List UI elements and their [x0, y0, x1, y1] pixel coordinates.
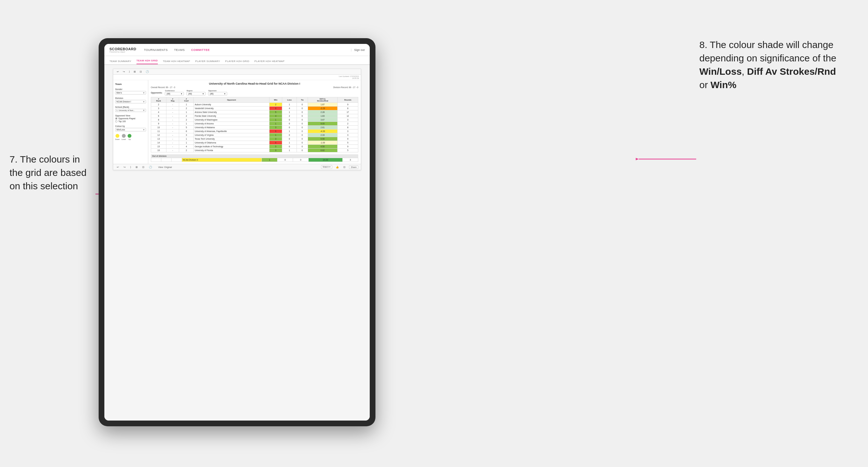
- table-row: 12 - 3 University of Virginia 1 0 0 2.33…: [151, 133, 358, 137]
- division-section: Division NCAA Division I ▼: [115, 97, 146, 103]
- subnav-player-h2h-grid[interactable]: PLAYER H2H GRID: [225, 60, 249, 64]
- table-row: 3 - 2 Vanderbilt University 0 4 0 -2.29 …: [151, 106, 358, 111]
- legend-up: Up: [128, 134, 131, 140]
- chevron-opponent: ▼: [224, 93, 226, 95]
- gender-dropdown[interactable]: Men's ▼: [115, 91, 146, 94]
- tablet-frame: SCOREBOARD Powered by clippd TOURNAMENTS…: [99, 38, 375, 426]
- sign-out-link[interactable]: Sign out: [354, 49, 365, 52]
- overall-record: Overall Record: 89 - 17 - 0: [151, 86, 175, 88]
- table-row: 11 - 6 University of Arkansas, Fayettevi…: [151, 129, 358, 133]
- clock-btn[interactable]: 🕐: [145, 70, 150, 73]
- paste-btn[interactable]: ⊡: [139, 70, 143, 73]
- report-body: Team Gender Men's ▼ Division: [113, 80, 361, 164]
- main-content: ↩ ↪ ⟩ ⊞ ⊡ 🕐 Last Updated: 27/03/2024 16:…: [104, 65, 370, 421]
- col-opponent: Opponent: [194, 97, 270, 103]
- school-section: School (Rank) 1. University of Nort... ▼: [115, 106, 146, 112]
- opponent-view-radios: Opponents Played Top 100: [115, 117, 146, 122]
- subnav-team-h2h-heatmap[interactable]: TEAM H2H HEATMAP: [163, 60, 190, 64]
- ood-tie: 0: [293, 158, 309, 162]
- table-row: 13 - 1 Texas Tech University 3 0 0 5.56 …: [151, 137, 358, 141]
- copy-bottom-btn[interactable]: ⊞: [134, 165, 139, 169]
- col-rounds: Rounds: [338, 97, 358, 103]
- forward-btn[interactable]: ⟩: [128, 70, 131, 73]
- subnav-player-h2h-heatmap[interactable]: PLAYER H2H HEATMAP: [254, 60, 284, 64]
- redo-bottom-btn[interactable]: ↪: [123, 165, 127, 169]
- opponent-filter: Opponent (All) ▼: [208, 90, 227, 95]
- view-label: View: Original: [158, 166, 172, 168]
- opponent-select[interactable]: (All) ▼: [208, 92, 227, 95]
- app-logo: SCOREBOARD: [110, 47, 136, 51]
- subnav-team-h2h-grid[interactable]: TEAM H2H GRID: [136, 59, 158, 64]
- region-select[interactable]: (All) ▼: [186, 92, 206, 95]
- ood-rounds: 3: [343, 158, 358, 162]
- chevron-down-icon-2: ▼: [143, 101, 145, 103]
- arrow-right: [636, 153, 700, 165]
- school-dropdown[interactable]: 1. University of Nort... ▼: [115, 109, 146, 112]
- colour-by-section: Colour by Win/Loss ▼: [115, 125, 146, 131]
- grid-title: University of North Carolina Head-to-Hea…: [151, 82, 358, 85]
- division-label: Division: [115, 97, 146, 99]
- nav-committee[interactable]: COMMITTEE: [191, 49, 210, 52]
- nav-teams[interactable]: TEAMS: [174, 49, 185, 52]
- nav-tournaments[interactable]: TOURNAMENTS: [144, 49, 168, 52]
- table-row: 6 - 2 Florida State University 4 2 0 1.8…: [151, 114, 358, 118]
- chevron-conf: ▼: [181, 93, 183, 95]
- opponents-played-radio[interactable]: Opponents Played: [115, 117, 146, 120]
- report-toolbar: ↩ ↪ ⟩ ⊞ ⊡ 🕐: [113, 69, 361, 75]
- out-of-division-section: Out of division NCAA Division II 1: [151, 154, 358, 162]
- color-legend: Down Level Up: [115, 134, 146, 140]
- subnav-player-summary[interactable]: PLAYER SUMMARY: [195, 60, 220, 64]
- opponents-filter-label: Opponents:: [151, 92, 162, 94]
- chevron-down-icon: ▼: [143, 92, 145, 94]
- thumbsup-btn[interactable]: 👍: [335, 165, 340, 169]
- table-row: 14 - 1 University of Oklahoma 0 1 0 -1.0…: [151, 141, 358, 145]
- data-table: #Rank #Reg #Conf Opponent Win Loss Tie D…: [151, 97, 358, 152]
- out-of-division-row: NCAA Division II 1 0 0 24.00 3: [151, 158, 358, 162]
- grid-subtitle: Overall Record: 89 - 17 - 0 Division Rec…: [151, 86, 358, 88]
- paste-bottom-btn[interactable]: ⊡: [141, 165, 146, 169]
- filter-row: Opponents: Conference (All) ▼ Region: [151, 90, 358, 95]
- subnav-team-summary[interactable]: TEAM SUMMARY: [110, 60, 131, 64]
- table-row: 9 - 1 University of Arizona 1 0 0 9.00 2: [151, 122, 358, 126]
- annotation-right: 8. The colour shade will change dependin…: [700, 38, 859, 92]
- up-color-dot: [128, 134, 131, 138]
- conference-select[interactable]: (All) ▼: [165, 92, 184, 95]
- ood-reg: [161, 158, 172, 162]
- ood-name: NCAA Division II: [182, 158, 262, 162]
- share-icon[interactable]: ⊡: [342, 165, 346, 169]
- copy-btn[interactable]: ⊞: [133, 70, 137, 73]
- ood-diff: 24.00: [308, 158, 342, 162]
- undo-bottom-btn[interactable]: ↩: [116, 165, 120, 169]
- tablet-screen: SCOREBOARD Powered by clippd TOURNAMENTS…: [104, 44, 370, 421]
- out-of-division-table: NCAA Division II 1 0 0 24.00 3: [151, 158, 358, 162]
- redo-btn[interactable]: ↪: [122, 70, 126, 73]
- clock-bottom-btn[interactable]: 🕐: [148, 165, 153, 169]
- undo-btn[interactable]: ↩: [116, 70, 120, 73]
- left-panel: Team Gender Men's ▼ Division: [113, 80, 148, 164]
- ood-conf: [172, 158, 182, 162]
- division-dropdown[interactable]: NCAA Division I ▼: [115, 100, 146, 103]
- school-label: School (Rank): [115, 106, 146, 108]
- app-header: SCOREBOARD Powered by clippd TOURNAMENTS…: [104, 44, 370, 56]
- conference-filter: Conference (All) ▼: [165, 90, 184, 95]
- opponent-view-section: Opponent View Opponents Played Top 100: [115, 115, 146, 122]
- share-btn[interactable]: Share: [349, 165, 358, 169]
- table-row: 4 - 1 Arizona State University 5 1 0 2.2…: [151, 111, 358, 114]
- bottom-toolbar: ↩ ↪ ⟩ ⊞ ⊡ 🕐 View: Original Watch ▾ 👍 ⊡ S…: [113, 164, 361, 170]
- chevron-down-icon-3: ▼: [143, 110, 145, 111]
- ood-loss: 0: [277, 158, 293, 162]
- region-filter: Region (All) ▼: [186, 90, 206, 95]
- colour-by-dropdown[interactable]: Win/Loss ▼: [115, 128, 146, 131]
- gender-label: Gender: [115, 88, 146, 90]
- down-color-dot: [116, 134, 119, 138]
- col-win: Win: [270, 97, 282, 103]
- watch-btn[interactable]: Watch ▾: [321, 165, 333, 169]
- legend-down: Down: [115, 134, 120, 140]
- forward-bottom-btn[interactable]: ⟩: [129, 165, 132, 169]
- table-header-row: #Rank #Reg #Conf Opponent Win Loss Tie D…: [151, 97, 358, 103]
- sub-nav: TEAM SUMMARY TEAM H2H GRID TEAM H2H HEAT…: [104, 56, 370, 65]
- opponent-view-label: Opponent View: [115, 115, 146, 117]
- ood-rank: [151, 158, 161, 162]
- top100-radio[interactable]: Top 100: [115, 120, 146, 122]
- radio-dot-selected: [115, 117, 117, 120]
